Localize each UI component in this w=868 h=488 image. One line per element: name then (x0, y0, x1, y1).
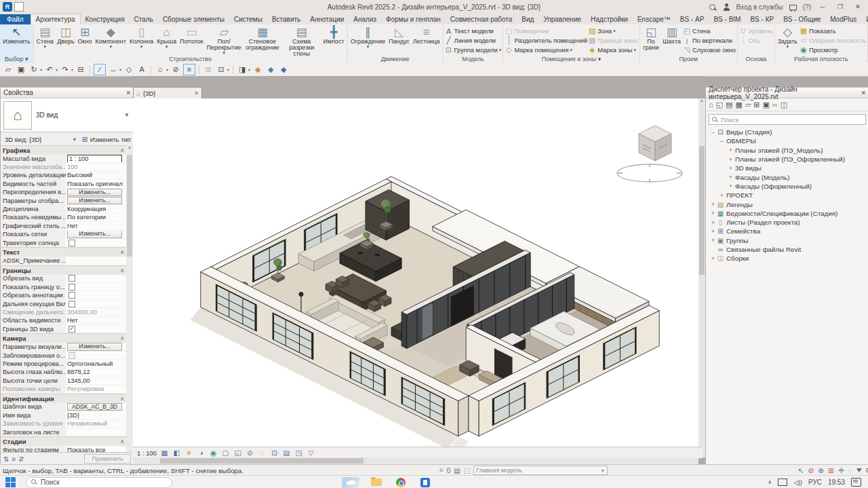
collapse-icon[interactable]: ∧ (120, 438, 124, 445)
language-indicator[interactable]: РУС (808, 478, 822, 486)
property-value[interactable] (66, 291, 126, 299)
checkbox-unchecked[interactable] (68, 240, 75, 246)
button-пандус[interactable]: ◺Пандус (387, 25, 411, 45)
tree-item[interactable]: +▦Ведомости/Спецификации (Стадия) (706, 209, 868, 218)
properties-scrollbar[interactable]: ▲ (126, 145, 133, 453)
detail-level-icon[interactable]: ▦ (160, 449, 169, 457)
button-изменить[interactable]: ↖Изменить (1, 25, 32, 45)
property-edit-button[interactable]: Изменить... (67, 197, 122, 204)
tab-совместная-работа[interactable]: Совместная работа (446, 14, 517, 24)
tray-overflow-icon[interactable]: ∧ (768, 479, 772, 485)
property-value[interactable]: Ортогональный (66, 360, 126, 367)
tab-анализ[interactable]: Анализ (349, 14, 381, 24)
displacement-icon[interactable]: ◳ (294, 449, 303, 457)
volume-icon[interactable]: ◁)) (793, 479, 802, 486)
notifications-icon[interactable] (851, 478, 861, 487)
property-value[interactable]: Изменить... (66, 231, 126, 238)
thin-lines-icon[interactable]: ≡ (183, 64, 195, 75)
sort-grouped-icon[interactable]: ≡ (12, 455, 16, 463)
checkbox-unchecked[interactable] (68, 284, 75, 290)
tree-item[interactable]: +Планы этажей (ПЭ_Оформленный) (706, 155, 868, 164)
manage-tool-icon[interactable]: ◆ (278, 64, 289, 75)
checkbox-checked[interactable] (68, 326, 75, 333)
clock[interactable]: 19:53 (828, 478, 845, 486)
aligned-dimension-icon[interactable]: ↔ (108, 64, 119, 75)
property-value[interactable]: Изменить... (66, 343, 126, 350)
dropdown-arrow-icon[interactable]: ▾ (140, 45, 143, 48)
design-option-select[interactable]: Главная модель▼ (473, 466, 608, 475)
button-задать[interactable]: ◇Задать▾ (776, 25, 799, 49)
expand-icon[interactable]: + (728, 174, 734, 181)
select-by-face-icon[interactable]: ⊞ (828, 466, 834, 474)
temporary-view-properties-icon[interactable]: ▤ (282, 449, 291, 457)
link-tool-icon[interactable]: ◆ (265, 64, 276, 75)
checkbox-unchecked[interactable] (68, 301, 75, 307)
crop-view-icon[interactable]: ▢ (221, 449, 230, 457)
button-по-вертикали[interactable]: ↕По вертикали (683, 36, 736, 45)
views-tool-icon[interactable]: ◱ (716, 100, 723, 109)
property-value[interactable] (66, 352, 126, 359)
tree-item[interactable]: ∞Связанные файлы Revit (706, 245, 868, 254)
property-value[interactable]: Показать оригинал (66, 180, 126, 187)
property-section-идентификация[interactable]: Идентификация∧ (1, 394, 126, 403)
button-окно[interactable]: ⊞Окно (77, 25, 94, 45)
collapse-icon[interactable]: ∧ (120, 249, 124, 255)
taskbar-search[interactable]: Поиск (26, 477, 172, 488)
button-просмотр[interactable]: ◉Просмотр (800, 45, 866, 54)
button-схема-разрезки-стены[interactable]: ▤Схема разрезки стены (282, 25, 321, 58)
dropdown-arrow-icon[interactable]: ▾ (71, 67, 73, 72)
help-icon[interactable]: (?) (803, 3, 811, 11)
expand-icon[interactable]: + (710, 255, 716, 262)
property-section-стадии[interactable]: Стадии∧ (1, 436, 126, 446)
tree-item[interactable]: −⊡Виды (Стадия) (706, 128, 868, 136)
dropdown-arrow-icon[interactable]: ▾ (56, 67, 58, 72)
property-value[interactable] (66, 239, 126, 246)
collapse-icon[interactable]: − (719, 138, 725, 145)
tree-item[interactable]: −ОБМЕРЫ (706, 136, 868, 145)
expand-icon[interactable]: + (710, 237, 716, 244)
tree-item[interactable]: +ПРОЕКТ (706, 191, 868, 200)
sheet-tool-icon[interactable]: ▱ (745, 100, 751, 109)
dropdown-arrow-icon[interactable]: ▾ (166, 67, 168, 72)
button-дверь[interactable]: ◫Дверь (56, 25, 75, 45)
property-section-текст[interactable]: Текст∧ (1, 247, 126, 257)
tab-bs-общие[interactable]: BS - Общие (778, 14, 825, 24)
property-edit-button[interactable]: Изменить... (67, 189, 122, 196)
vertical-scrollbar[interactable]: ▲ (698, 98, 705, 457)
expand-icon[interactable]: + (728, 156, 734, 163)
button-по-грани[interactable]: ◱По грани (642, 25, 661, 52)
edit-type-button[interactable]: ⊞ Изменить тип (79, 135, 134, 144)
tab-enscape-[interactable]: Enscape™ (633, 14, 675, 24)
tree-item[interactable]: +Фасады (Модель) (706, 172, 868, 181)
file-explorer-icon[interactable] (369, 477, 384, 488)
properties-close-icon[interactable]: ✕ (125, 90, 131, 96)
property-value[interactable] (66, 428, 126, 436)
tab-системы[interactable]: Системы (229, 14, 267, 24)
dropdown-arrow-icon[interactable]: ▾ (109, 45, 112, 48)
expand-icon[interactable]: + (728, 147, 734, 153)
property-value[interactable]: ADSK_AC_B_3D (66, 403, 126, 411)
property-value[interactable]: 1 : 100 (66, 155, 126, 162)
property-edit-button[interactable]: ADSK_AC_B_3D (67, 403, 122, 411)
property-value[interactable]: 8878,12 (66, 369, 126, 376)
property-value[interactable] (66, 275, 126, 282)
tab-изменить[interactable]: Изменить (861, 14, 868, 24)
home-icon[interactable]: ⌂ (709, 100, 713, 109)
sort-ascending-icon[interactable]: ⇅ (3, 455, 9, 463)
property-edit-button[interactable]: Изменить... (67, 343, 122, 350)
tree-item[interactable]: +3D виды (706, 164, 868, 172)
property-value[interactable]: 304800,00 (66, 308, 126, 316)
tab-формы-и-генплан[interactable]: Формы и генплан (381, 14, 446, 24)
view-cube[interactable] (617, 126, 682, 182)
button-шахта[interactable]: ▥Шахта (661, 25, 682, 45)
tab-аннотации[interactable]: Аннотации (305, 14, 349, 24)
button-крыша[interactable]: ⌂Крыша▾ (155, 25, 178, 49)
property-value[interactable] (66, 257, 126, 264)
family-tool-icon[interactable]: ◆ (252, 64, 263, 75)
tag-icon[interactable]: ◇ (123, 64, 134, 75)
reveal-hidden-icon[interactable]: ◌ (258, 449, 267, 457)
property-value[interactable]: Координация (66, 205, 126, 212)
dropdown-arrow-icon[interactable]: ▾ (165, 45, 168, 48)
close-button[interactable]: ✕ (852, 3, 864, 10)
button-разделитель-помещений[interactable]: ┆Разделитель помещений (505, 36, 587, 45)
